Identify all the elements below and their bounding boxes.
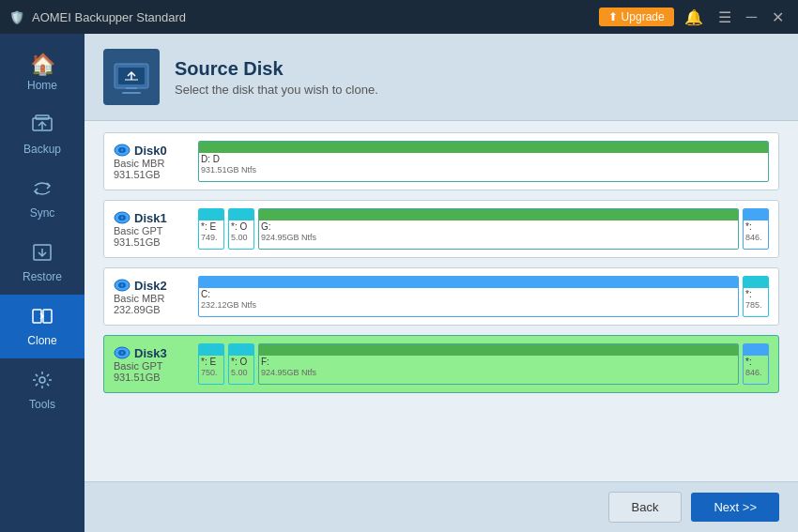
disk2-partitions: C: 232.12GB Ntfs *: 785.: [198, 276, 769, 317]
disk-item-disk3[interactable]: Disk3 Basic GPT 931.51GB *: E 750. *: O …: [103, 335, 779, 393]
svg-point-15: [121, 149, 123, 151]
sidebar-label-clone: Clone: [27, 334, 56, 347]
tools-icon: [31, 370, 54, 394]
partition-disk3-e: *: E 750.: [198, 343, 224, 385]
minimize-icon[interactable]: ─: [742, 7, 761, 27]
sidebar-item-clone[interactable]: Clone: [0, 295, 84, 358]
sidebar-item-restore[interactable]: Restore: [0, 231, 84, 295]
svg-point-8: [39, 377, 45, 383]
main-layout: 🏠 Home Backup: [0, 34, 798, 532]
partition-disk1-e: *: E 749.: [198, 208, 224, 250]
disk-item-disk1[interactable]: Disk1 Basic GPT 931.51GB *: E 749. *: O …: [103, 200, 779, 258]
partition-disk3-extra: *: 846.: [743, 343, 769, 385]
sidebar-item-tools[interactable]: Tools: [0, 358, 84, 422]
bottom-bar: Back Next >>: [84, 481, 798, 532]
disk3-info: Disk3 Basic GPT 931.51GB: [114, 346, 189, 383]
partition-disk2-extra: *: 785.: [743, 276, 769, 317]
partition-disk2-c: C: 232.12GB Ntfs: [198, 276, 739, 317]
disk0-partitions: D: D 931.51GB Ntfs: [198, 141, 769, 182]
back-button[interactable]: Back: [608, 492, 683, 523]
partition-disk1-extra: *: 846.: [743, 208, 769, 250]
title-bar-right: ⬆ Upgrade 🔔 ☰ ─ ✕: [599, 7, 789, 28]
sidebar-label-tools: Tools: [29, 398, 55, 411]
disk1-name: Disk1: [114, 211, 189, 225]
disk1-partitions: *: E 749. *: O 5.00 G: 924.95GB Ntfs: [198, 208, 769, 250]
close-icon[interactable]: ✕: [767, 7, 789, 28]
disk-list: Disk0 Basic MBR 931.51GB D: D 931.51GB N…: [84, 121, 798, 481]
next-button[interactable]: Next >>: [691, 493, 779, 522]
sidebar: 🏠 Home Backup: [0, 34, 84, 532]
disk-item-disk0[interactable]: Disk0 Basic MBR 931.51GB D: D 931.51GB N…: [103, 132, 779, 190]
partition-disk3-o: *: O 5.00: [228, 343, 254, 385]
disk0-name: Disk0: [114, 144, 189, 158]
partition-disk1-g: G: 924.95GB Ntfs: [258, 208, 739, 250]
svg-rect-1: [36, 115, 49, 119]
svg-point-18: [121, 217, 123, 219]
page-header-icon: [103, 49, 160, 105]
partition-d: D: D 931.51GB Ntfs: [198, 141, 769, 182]
sidebar-item-sync[interactable]: Sync: [0, 167, 84, 231]
disk3-partitions: *: E 750. *: O 5.00 F: 924.95GB Ntfs: [198, 343, 769, 385]
disk1-info: Disk1 Basic GPT 931.51GB: [114, 211, 189, 248]
svg-point-21: [121, 284, 123, 286]
partition-disk1-o: *: O 5.00: [228, 208, 254, 250]
page-header: Source Disk Select the disk that you wis…: [84, 34, 798, 121]
disk-item-disk2[interactable]: Disk2 Basic MBR 232.89GB C: 232.12GB Ntf…: [103, 267, 779, 326]
title-bar-left: 🛡️ AOMEI Backupper Standard: [9, 10, 186, 24]
disk2-name: Disk2: [114, 279, 189, 293]
sidebar-item-home[interactable]: 🏠 Home: [0, 43, 84, 103]
svg-point-24: [121, 352, 123, 354]
sidebar-label-home: Home: [27, 79, 57, 92]
svg-rect-12: [122, 92, 141, 94]
sidebar-label-restore: Restore: [23, 270, 62, 283]
home-icon: 🏠: [30, 54, 55, 75]
title-bar: 🛡️ AOMEI Backupper Standard ⬆ Upgrade 🔔 …: [0, 0, 798, 34]
disk0-info: Disk0 Basic MBR 931.51GB: [114, 144, 189, 180]
disk3-name: Disk3: [114, 346, 189, 360]
svg-rect-5: [33, 310, 41, 323]
page-header-text: Source Disk Select the disk that you wis…: [175, 58, 378, 97]
backup-icon: [31, 114, 54, 139]
sidebar-label-backup: Backup: [23, 143, 61, 156]
upgrade-button[interactable]: ⬆ Upgrade: [599, 8, 673, 26]
sidebar-label-sync: Sync: [30, 206, 55, 220]
sidebar-item-backup[interactable]: Backup: [0, 103, 84, 167]
partition-disk3-f: F: 924.95GB Ntfs: [258, 343, 739, 385]
notification-icon[interactable]: 🔔: [680, 7, 708, 28]
page-title: Source Disk: [175, 58, 378, 80]
sync-icon: [31, 178, 54, 203]
restore-icon: [31, 242, 54, 266]
app-logo-icon: 🛡️: [9, 10, 24, 24]
svg-rect-6: [43, 310, 52, 323]
clone-icon: [31, 306, 54, 330]
content-area: Source Disk Select the disk that you wis…: [84, 34, 798, 532]
page-subtitle: Select the disk that you wish to clone.: [175, 83, 378, 97]
disk2-info: Disk2 Basic MBR 232.89GB: [114, 279, 189, 315]
app-title: AOMEI Backupper Standard: [32, 10, 186, 24]
menu-icon[interactable]: ☰: [714, 7, 736, 28]
